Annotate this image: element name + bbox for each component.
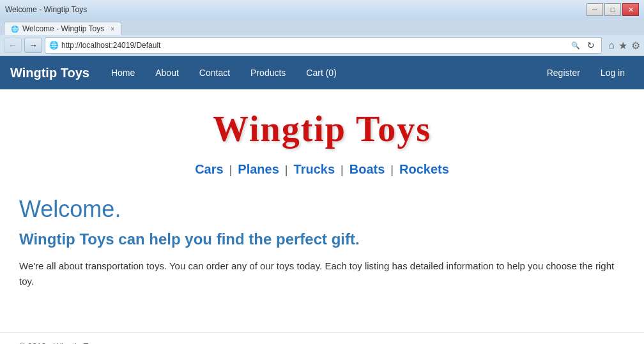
category-planes[interactable]: Planes	[238, 162, 279, 176]
title-bar: Welcome - Wingtip Toys ─ □ ✕	[0, 0, 644, 19]
welcome-text: We're all about transportation toys. You…	[19, 258, 625, 289]
favorites-icon[interactable]: ★	[618, 40, 627, 52]
refresh-button[interactable]: ↻	[585, 39, 597, 52]
window-title: Welcome - Wingtip Toys	[5, 5, 87, 14]
address-lock-icon: 🌐	[49, 41, 59, 50]
footer-text: © 2013 - Wingtip Toys	[19, 341, 100, 344]
category-trucks[interactable]: Trucks	[294, 162, 335, 176]
address-input-wrapper: 🌐 🔍 ↻	[45, 37, 602, 54]
nav-register[interactable]: Register	[538, 63, 589, 83]
browser-window: Welcome - Wingtip Toys ─ □ ✕ 🌐 Welcome -…	[0, 0, 644, 344]
back-button[interactable]: ←	[4, 38, 22, 53]
sep-1: |	[229, 163, 233, 176]
nav-cart[interactable]: Cart (0)	[297, 63, 345, 83]
address-search-button[interactable]: 🔍	[569, 41, 582, 50]
forward-button[interactable]: →	[24, 38, 42, 53]
navbar-links: Home About Contact Products Cart (0)	[102, 63, 538, 83]
nav-login[interactable]: Log in	[592, 63, 634, 83]
close-button[interactable]: ✕	[622, 3, 639, 16]
toolbar-icons: ⌂ ★ ⚙	[608, 40, 640, 52]
sep-4: |	[390, 163, 394, 176]
page-content: Wingtip Toys Cars | Planes | Trucks | Bo…	[0, 89, 644, 332]
minimize-button[interactable]: ─	[586, 3, 603, 16]
navbar-brand[interactable]: Wingtip Toys	[10, 66, 89, 80]
tab-bar: 🌐 Welcome - Wingtip Toys ×	[0, 19, 644, 35]
settings-icon[interactable]: ⚙	[631, 40, 640, 52]
footer: © 2013 - Wingtip Toys	[0, 332, 644, 344]
browser-tab[interactable]: 🌐 Welcome - Wingtip Toys ×	[4, 22, 121, 35]
welcome-subheading: Wingtip Toys can help you find the perfe…	[19, 230, 625, 248]
sep-3: |	[341, 163, 344, 176]
nav-about[interactable]: About	[146, 63, 188, 83]
tab-close-button[interactable]: ×	[111, 26, 114, 33]
site-title: Wingtip Toys	[19, 108, 625, 149]
address-bar: ← → 🌐 🔍 ↻ ⌂ ★ ⚙	[0, 35, 644, 56]
navbar-right: Register Log in	[538, 63, 634, 83]
category-links: Cars | Planes | Trucks | Boats | Rockets	[19, 162, 625, 177]
tab-label: Welcome - Wingtip Toys	[22, 24, 104, 33]
category-cars[interactable]: Cars	[195, 162, 223, 176]
sep-2: |	[285, 163, 288, 176]
nav-contact[interactable]: Contact	[190, 63, 239, 83]
home-icon[interactable]: ⌂	[608, 40, 615, 51]
maximize-button[interactable]: □	[604, 3, 621, 16]
nav-products[interactable]: Products	[241, 63, 295, 83]
nav-home[interactable]: Home	[102, 63, 144, 83]
window-controls: ─ □ ✕	[586, 3, 639, 16]
category-boats[interactable]: Boats	[349, 162, 385, 176]
category-rockets[interactable]: Rockets	[399, 162, 449, 176]
address-input[interactable]	[61, 41, 567, 50]
welcome-heading: Welcome.	[19, 196, 625, 223]
tab-favicon: 🌐	[11, 26, 19, 33]
navbar: Wingtip Toys Home About Contact Products…	[0, 56, 644, 89]
